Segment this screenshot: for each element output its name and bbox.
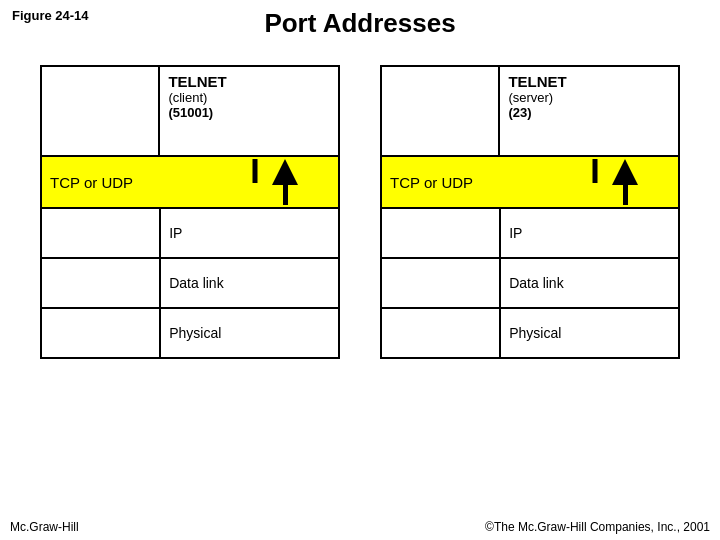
right-port-number: (23) bbox=[508, 105, 531, 120]
page-title: Port Addresses bbox=[0, 8, 720, 39]
right-telnet-sub: (server) bbox=[508, 90, 553, 105]
left-stack-table: TELNET (client) (51001) TCP or UDP bbox=[40, 65, 340, 359]
left-telnet-row: TELNET (client) (51001) bbox=[41, 66, 339, 156]
left-port-number: (51001) bbox=[168, 105, 213, 120]
right-tcp-label: TCP or UDP bbox=[390, 174, 473, 191]
right-ip-label: IP bbox=[509, 225, 522, 241]
left-physical-row: Physical bbox=[41, 308, 339, 358]
left-ip-label: IP bbox=[169, 225, 182, 241]
left-datalink-row: Data link bbox=[41, 258, 339, 308]
right-datalink-row: Data link bbox=[381, 258, 679, 308]
right-tcp-row: TCP or UDP bbox=[381, 156, 679, 208]
left-datalink-label: Data link bbox=[169, 275, 223, 291]
left-tcp-label: TCP or UDP bbox=[50, 174, 133, 191]
left-telnet-name: TELNET bbox=[168, 73, 226, 90]
left-physical-label: Physical bbox=[169, 325, 221, 341]
right-ip-row: IP bbox=[381, 208, 679, 258]
left-telnet-sub: (client) bbox=[168, 90, 207, 105]
right-physical-row: Physical bbox=[381, 308, 679, 358]
right-datalink-label: Data link bbox=[509, 275, 563, 291]
right-physical-label: Physical bbox=[509, 325, 561, 341]
left-diagram: TELNET (client) (51001) TCP or UDP bbox=[40, 65, 340, 359]
right-telnet-name: TELNET bbox=[508, 73, 566, 90]
footer-left: Mc.Graw-Hill bbox=[10, 520, 79, 534]
left-tcp-row: TCP or UDP bbox=[41, 156, 339, 208]
right-diagram: TELNET (server) (23) TCP or UDP bbox=[380, 65, 680, 359]
right-stack-table: TELNET (server) (23) TCP or UDP bbox=[380, 65, 680, 359]
diagrams-container: TELNET (client) (51001) TCP or UDP bbox=[0, 65, 720, 359]
left-ip-row: IP bbox=[41, 208, 339, 258]
right-telnet-row: TELNET (server) (23) bbox=[381, 66, 679, 156]
footer-right: ©The Mc.Graw-Hill Companies, Inc., 2001 bbox=[485, 520, 710, 534]
